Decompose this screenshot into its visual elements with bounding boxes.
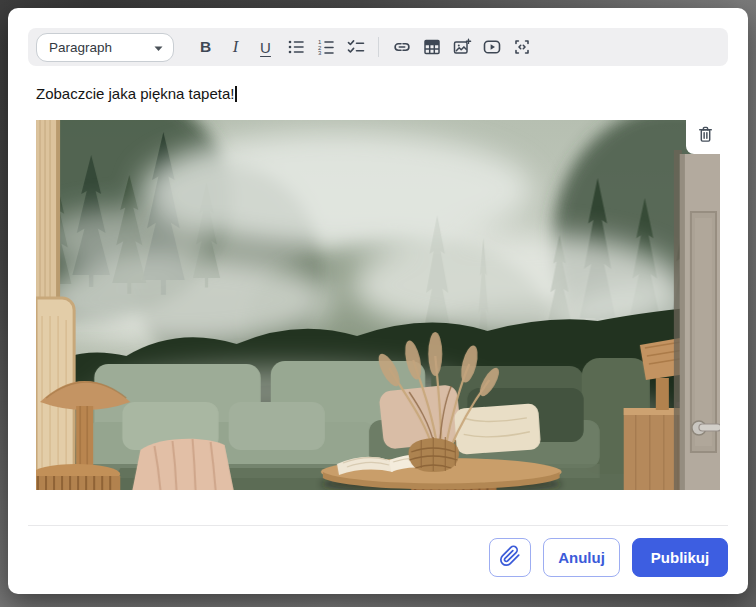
- insert-media-button[interactable]: [477, 32, 506, 62]
- insert-table-button[interactable]: [417, 32, 446, 62]
- attach-file-button[interactable]: [489, 538, 531, 577]
- media-play-icon: [482, 37, 502, 57]
- paperclip-icon: [499, 545, 521, 570]
- svg-text:3: 3: [318, 50, 322, 56]
- inserted-image[interactable]: [36, 120, 720, 490]
- paragraph-dropdown[interactable]: Paragraph: [36, 33, 174, 62]
- toolbar-divider: [378, 37, 379, 57]
- table-icon: [422, 37, 442, 57]
- todo-list-button[interactable]: [341, 32, 370, 62]
- editor-text: Zobaczcie jaka piękna tapeta!: [36, 85, 234, 102]
- dialog-footer: Anuluj Publikuj: [28, 525, 728, 594]
- insert-image-button[interactable]: [447, 32, 476, 62]
- underline-button[interactable]: U: [251, 32, 280, 62]
- paragraph-dropdown-label: Paragraph: [49, 40, 112, 55]
- source-code-icon: [512, 37, 532, 57]
- text-cursor: [235, 86, 237, 102]
- link-button[interactable]: [387, 32, 416, 62]
- todo-list-icon: [346, 37, 366, 57]
- trash-icon: [695, 124, 716, 148]
- chevron-down-icon: [154, 38, 163, 56]
- editor-content-area[interactable]: Zobaczcie jaka piękna tapeta!: [8, 66, 748, 525]
- editor-toolbar: Paragraph B I U 1 2 3: [28, 28, 728, 66]
- image-plus-icon: [452, 37, 472, 57]
- link-icon: [392, 37, 412, 57]
- numbered-list-icon: 1 2 3: [316, 37, 336, 57]
- post-editor-dialog: Paragraph B I U 1 2 3: [8, 8, 748, 594]
- living-room-photo: [36, 120, 720, 490]
- publish-button[interactable]: Publikuj: [632, 538, 728, 577]
- cancel-button[interactable]: Anuluj: [543, 538, 620, 577]
- source-editing-button[interactable]: [507, 32, 536, 62]
- numbered-list-button[interactable]: 1 2 3: [311, 32, 340, 62]
- bulleted-list-button[interactable]: [281, 32, 310, 62]
- italic-button[interactable]: I: [221, 32, 250, 62]
- bulleted-list-icon: [286, 37, 306, 57]
- bold-button[interactable]: B: [191, 32, 220, 62]
- delete-image-button[interactable]: [686, 118, 730, 154]
- editor-paragraph: Zobaczcie jaka piękna tapeta!: [36, 84, 720, 104]
